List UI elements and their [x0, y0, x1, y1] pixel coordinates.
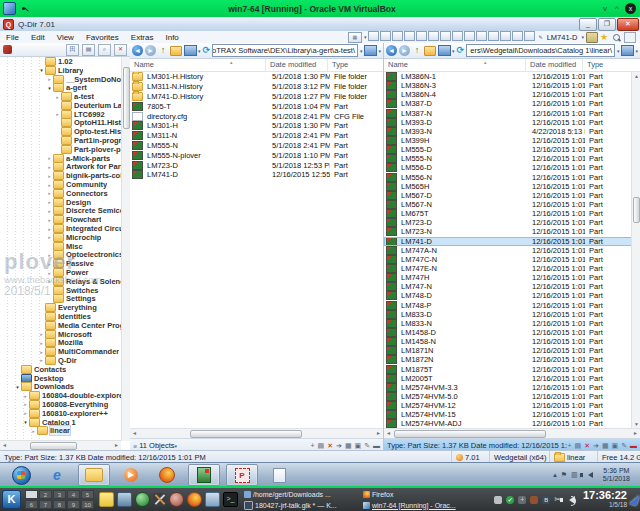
tree-search-button[interactable]: ⌕	[98, 44, 111, 56]
move-icon[interactable]: ➔	[593, 442, 599, 450]
tree-item[interactable]: ▸160804-double-explorer	[0, 391, 121, 400]
taskbar-task[interactable]: /home/gert/Downloads ...	[244, 489, 359, 500]
copy-icon[interactable]: ▣	[612, 442, 619, 450]
bluetooth-icon[interactable]: B	[542, 496, 550, 504]
favorites-star-icon[interactable]: ★	[600, 33, 610, 42]
close-button[interactable]: ✕	[617, 18, 639, 31]
file-row[interactable]: LM301-H.History5/1/2018 1:30 PMFile fold…	[130, 72, 383, 82]
file-cabinet-icon[interactable]	[205, 492, 220, 507]
tree-item[interactable]: Switches	[0, 286, 121, 295]
tab-button[interactable]	[464, 31, 475, 41]
tab-button[interactable]	[524, 31, 535, 41]
column-header-type[interactable]: Type	[328, 59, 383, 71]
network-icon[interactable]: ▥	[571, 471, 578, 479]
file-row[interactable]: LM2574HVM-1512/16/2015 1:01 PMPart	[384, 410, 640, 419]
taskbar-task[interactable]: win7-64 [Running] - Orac...	[363, 500, 475, 511]
file-row[interactable]: LM2574HVM-1212/16/2015 1:01 PMPart	[384, 401, 640, 410]
file-row[interactable]: LM555-N5/1/2018 2:41 PMPart	[130, 141, 383, 151]
up-button[interactable]: ↑	[412, 45, 422, 56]
desktop-3[interactable]: 3	[53, 490, 66, 499]
collapsed-arrow-icon[interactable]: ▸	[46, 76, 53, 82]
file-row[interactable]: LM393-N4/22/2018 5:13 PMPart	[384, 127, 640, 136]
keyring-icon[interactable]	[530, 496, 538, 504]
tree-item[interactable]: OptoH11.History	[0, 119, 121, 128]
file-row[interactable]: LM2574HVM-5.012/16/2015 1:01 PMPart	[384, 392, 640, 401]
file-row[interactable]: LM556-N12/16/2015 1:01 PMPart	[384, 173, 640, 182]
delete-icon[interactable]: ✕	[584, 442, 590, 450]
kde-menu-button[interactable]: K	[2, 490, 21, 509]
column-header-type[interactable]: Type	[583, 59, 640, 71]
refresh-button[interactable]: ⟳	[457, 45, 465, 56]
tree-item[interactable]: ▸LTC6992	[0, 110, 121, 119]
taskbar-parts-library[interactable]	[188, 464, 220, 486]
file-row[interactable]: LM2005T12/16/2015 1:01 PMPart	[384, 374, 640, 383]
show-hidden-icons[interactable]: ▴	[553, 471, 557, 479]
tree-item[interactable]: 1.02	[0, 57, 121, 66]
column-header-name[interactable]: Name	[384, 59, 526, 71]
collapsed-arrow-icon[interactable]: ▸	[54, 94, 61, 100]
taskbar-task[interactable]: Firefox	[363, 489, 475, 500]
file-row[interactable]: directory.cfg5/1/2018 2:41 PMCFG File	[130, 111, 383, 121]
tree-item[interactable]: ▾Downloads	[0, 382, 121, 391]
taskbar-internet-explorer[interactable]: e	[42, 465, 72, 485]
new-folder-icon[interactable]: ▦	[345, 442, 352, 450]
tree-item[interactable]: ▸Design	[0, 198, 121, 207]
tree-item[interactable]: Media Center Programs	[0, 321, 121, 330]
file-row[interactable]: LM1871N12/16/2015 1:01 PMPart	[384, 346, 640, 355]
tree-item[interactable]: Deuterium Lamp	[0, 101, 121, 110]
tab-button[interactable]	[368, 31, 379, 41]
back-button[interactable]: ◄	[132, 45, 143, 56]
file-row[interactable]: LM555-D12/16/2015 1:01 PMPart	[384, 145, 640, 154]
tab-button[interactable]	[440, 31, 451, 41]
tree-item[interactable]: ▸Artwork for Parts	[0, 163, 121, 172]
file-row[interactable]: LM747-N12/16/2015 1:01 PMPart	[384, 282, 640, 291]
collapsed-arrow-icon[interactable]: ▸	[22, 393, 29, 399]
address-dropdown-icon[interactable]: ▾	[360, 48, 363, 54]
desktop-4[interactable]: 4	[67, 490, 80, 499]
collapsed-arrow-icon[interactable]: ▸	[46, 208, 53, 214]
tab-button[interactable]	[512, 31, 523, 41]
file-row[interactable]: LM833-D12/16/2015 1:01 PMPart	[384, 310, 640, 319]
collapsed-arrow-icon[interactable]: ▸	[46, 252, 53, 258]
file-row[interactable]: LM748-D12/16/2015 1:01 PMPart	[384, 291, 640, 300]
tree-item[interactable]: ▸160808-Everything	[0, 400, 121, 409]
forward-button[interactable]: ►	[145, 45, 156, 56]
tree-item[interactable]: ▾Catalog 1	[0, 418, 121, 427]
maximize-button[interactable]: ❐	[598, 18, 616, 31]
active-pane-indicator-icon[interactable]: ▬	[373, 442, 380, 449]
file-row[interactable]: LM555-N12/16/2015 1:01 PMPart	[384, 154, 640, 163]
pane-vertical-scrollbar[interactable]: ▲ ▼	[631, 72, 640, 428]
file-row[interactable]: LM386N-412/16/2015 1:01 PMPart	[384, 90, 640, 99]
tree-item[interactable]: ▸Mozilla	[0, 339, 121, 348]
tree-vertical-scrollbar[interactable]	[121, 57, 130, 441]
vbox-close-button[interactable]: x	[625, 3, 636, 14]
column-header-date-modified[interactable]: Date modified	[526, 59, 583, 71]
layout-selector-button[interactable]: ▦	[348, 32, 362, 43]
collapsed-arrow-icon[interactable]: ▸	[46, 173, 53, 179]
collapsed-arrow-icon[interactable]: ▸	[22, 401, 29, 407]
view-menu-button[interactable]	[438, 45, 451, 56]
desktop-10[interactable]: 10	[81, 500, 94, 509]
tab-button[interactable]	[392, 31, 403, 41]
file-row[interactable]: LM2574HVM-3.312/16/2015 1:01 PMPart	[384, 383, 640, 392]
file-row[interactable]: LM567-D12/16/2015 1:01 PMPart	[384, 191, 640, 200]
tree-item[interactable]: Part1in-progress...	[0, 136, 121, 145]
pane-horizontal-scrollbar[interactable]: ◄►	[384, 428, 640, 438]
up-button[interactable]: ↑	[158, 45, 168, 56]
file-row[interactable]: LM2574HVM-ADJ12/16/2015 1:01 PMPart	[384, 419, 640, 428]
host-clock[interactable]: 17:36:22 1/5/18	[575, 490, 631, 510]
paw-icon[interactable]	[169, 492, 184, 507]
folder-icon[interactable]: ▤	[575, 442, 582, 450]
tree-item[interactable]: ▸a-Mick-parts	[0, 154, 121, 163]
file-row[interactable]: LM386N-112/16/2015 1:01 PMPart	[384, 72, 640, 81]
file-row[interactable]: LM1875T12/16/2015 1:01 PMPart	[384, 365, 640, 374]
tree-item[interactable]: ▸Relays & Solenoids	[0, 277, 121, 286]
tab-button[interactable]	[452, 31, 463, 41]
file-row[interactable]: LM741-D.History5/1/2018 1:27 PMFile fold…	[130, 92, 383, 102]
expanded-arrow-icon[interactable]: ▾	[22, 419, 29, 425]
file-row[interactable]: LM311-N5/1/2018 2:41 PMPart	[130, 131, 383, 141]
tree-item[interactable]: ▸MultiCommander	[0, 347, 121, 356]
clipboard-tray-icon[interactable]	[494, 496, 502, 504]
search-tools-icon[interactable]	[612, 33, 622, 42]
favorites-folder-icon[interactable]	[170, 46, 182, 56]
